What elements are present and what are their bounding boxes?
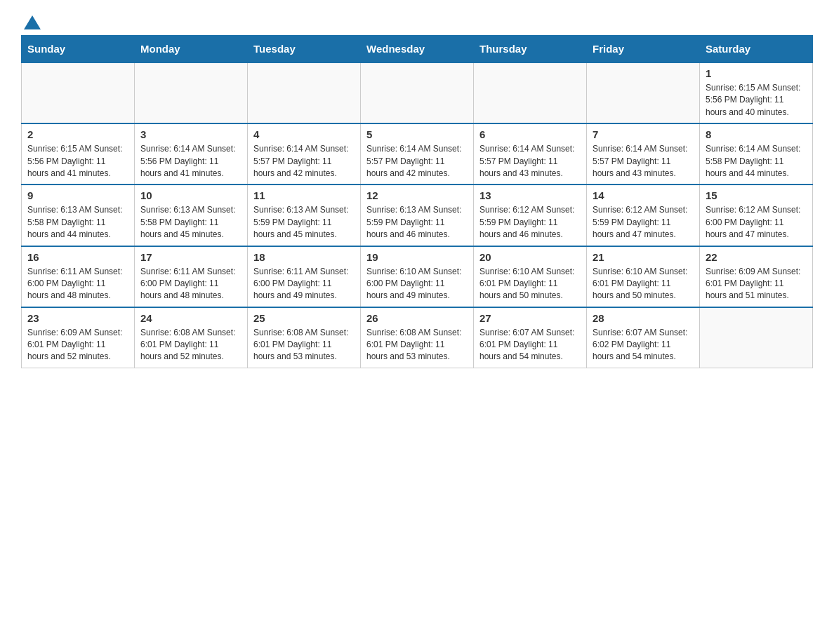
calendar-cell: 5Sunrise: 6:14 AM Sunset: 5:57 PM Daylig… <box>361 123 474 185</box>
calendar-cell: 7Sunrise: 6:14 AM Sunset: 5:57 PM Daylig… <box>587 123 700 185</box>
calendar-cell: 27Sunrise: 6:07 AM Sunset: 6:01 PM Dayli… <box>474 307 587 368</box>
calendar-cell: 19Sunrise: 6:10 AM Sunset: 6:00 PM Dayli… <box>361 246 474 307</box>
day-info: Sunrise: 6:07 AM Sunset: 6:01 PM Dayligh… <box>479 327 581 363</box>
calendar-cell: 1Sunrise: 6:15 AM Sunset: 5:56 PM Daylig… <box>700 62 813 123</box>
day-info: Sunrise: 6:14 AM Sunset: 5:57 PM Dayligh… <box>479 143 581 180</box>
calendar-cell: 17Sunrise: 6:11 AM Sunset: 6:00 PM Dayli… <box>135 246 248 307</box>
day-info: Sunrise: 6:09 AM Sunset: 6:01 PM Dayligh… <box>27 327 128 363</box>
day-number: 25 <box>253 312 355 324</box>
day-info: Sunrise: 6:14 AM Sunset: 5:57 PM Dayligh… <box>253 143 355 180</box>
day-info: Sunrise: 6:12 AM Sunset: 6:00 PM Dayligh… <box>706 204 807 241</box>
calendar-cell: 24Sunrise: 6:08 AM Sunset: 6:01 PM Dayli… <box>135 307 248 368</box>
day-of-week-wednesday: Wednesday <box>361 36 474 63</box>
day-info: Sunrise: 6:14 AM Sunset: 5:58 PM Dayligh… <box>706 143 807 180</box>
day-info: Sunrise: 6:14 AM Sunset: 5:57 PM Dayligh… <box>366 143 468 180</box>
calendar-cell: 12Sunrise: 6:13 AM Sunset: 5:59 PM Dayli… <box>361 185 474 246</box>
day-number: 3 <box>140 128 241 140</box>
calendar-cell: 11Sunrise: 6:13 AM Sunset: 5:59 PM Dayli… <box>248 185 361 246</box>
day-number: 11 <box>253 189 355 201</box>
calendar-cell: 10Sunrise: 6:13 AM Sunset: 5:58 PM Dayli… <box>135 185 248 246</box>
day-info: Sunrise: 6:08 AM Sunset: 6:01 PM Dayligh… <box>140 327 241 363</box>
logo-triangle-icon <box>24 15 41 29</box>
day-number: 1 <box>706 67 807 79</box>
day-number: 13 <box>479 189 581 201</box>
day-number: 4 <box>253 128 355 140</box>
calendar-cell: 16Sunrise: 6:11 AM Sunset: 6:00 PM Dayli… <box>22 246 135 307</box>
logo <box>21 14 41 28</box>
day-info: Sunrise: 6:07 AM Sunset: 6:02 PM Dayligh… <box>593 327 694 363</box>
calendar-cell: 21Sunrise: 6:10 AM Sunset: 6:01 PM Dayli… <box>587 246 700 307</box>
day-info: Sunrise: 6:11 AM Sunset: 6:00 PM Dayligh… <box>253 266 355 302</box>
day-info: Sunrise: 6:12 AM Sunset: 5:59 PM Dayligh… <box>593 204 694 241</box>
day-number: 5 <box>366 128 468 140</box>
calendar-cell: 25Sunrise: 6:08 AM Sunset: 6:01 PM Dayli… <box>248 307 361 368</box>
day-info: Sunrise: 6:08 AM Sunset: 6:01 PM Dayligh… <box>253 327 355 363</box>
calendar-week-row: 1Sunrise: 6:15 AM Sunset: 5:56 PM Daylig… <box>22 62 813 123</box>
calendar-cell <box>135 62 248 123</box>
calendar-cell: 13Sunrise: 6:12 AM Sunset: 5:59 PM Dayli… <box>474 185 587 246</box>
day-number: 16 <box>27 251 128 263</box>
day-info: Sunrise: 6:14 AM Sunset: 5:57 PM Dayligh… <box>593 143 694 180</box>
day-number: 21 <box>593 251 694 263</box>
calendar-week-row: 9Sunrise: 6:13 AM Sunset: 5:58 PM Daylig… <box>22 185 813 246</box>
day-of-week-friday: Friday <box>587 36 700 63</box>
day-number: 26 <box>366 312 468 324</box>
day-number: 22 <box>706 251 807 263</box>
calendar-week-row: 2Sunrise: 6:15 AM Sunset: 5:56 PM Daylig… <box>22 123 813 185</box>
day-info: Sunrise: 6:12 AM Sunset: 5:59 PM Dayligh… <box>479 204 581 241</box>
calendar-week-row: 16Sunrise: 6:11 AM Sunset: 6:00 PM Dayli… <box>22 246 813 307</box>
calendar-body: 1Sunrise: 6:15 AM Sunset: 5:56 PM Daylig… <box>22 62 813 368</box>
day-info: Sunrise: 6:15 AM Sunset: 5:56 PM Dayligh… <box>706 82 807 119</box>
calendar-cell: 4Sunrise: 6:14 AM Sunset: 5:57 PM Daylig… <box>248 123 361 185</box>
calendar-cell <box>361 62 474 123</box>
calendar-week-row: 23Sunrise: 6:09 AM Sunset: 6:01 PM Dayli… <box>22 307 813 368</box>
day-info: Sunrise: 6:13 AM Sunset: 5:58 PM Dayligh… <box>140 204 241 241</box>
calendar-cell <box>22 62 135 123</box>
day-number: 20 <box>479 251 581 263</box>
calendar-cell <box>700 307 813 368</box>
calendar-cell: 26Sunrise: 6:08 AM Sunset: 6:01 PM Dayli… <box>361 307 474 368</box>
day-info: Sunrise: 6:09 AM Sunset: 6:01 PM Dayligh… <box>706 266 807 302</box>
day-of-week-monday: Monday <box>135 36 248 63</box>
day-number: 10 <box>140 189 241 201</box>
day-number: 24 <box>140 312 241 324</box>
day-of-week-sunday: Sunday <box>22 36 135 63</box>
day-info: Sunrise: 6:08 AM Sunset: 6:01 PM Dayligh… <box>366 327 468 363</box>
calendar-cell: 14Sunrise: 6:12 AM Sunset: 5:59 PM Dayli… <box>587 185 700 246</box>
day-info: Sunrise: 6:13 AM Sunset: 5:58 PM Dayligh… <box>27 204 128 241</box>
calendar-cell: 3Sunrise: 6:14 AM Sunset: 5:56 PM Daylig… <box>135 123 248 185</box>
day-info: Sunrise: 6:10 AM Sunset: 6:00 PM Dayligh… <box>366 266 468 302</box>
calendar-cell <box>474 62 587 123</box>
calendar-cell: 2Sunrise: 6:15 AM Sunset: 5:56 PM Daylig… <box>22 123 135 185</box>
calendar-cell: 22Sunrise: 6:09 AM Sunset: 6:01 PM Dayli… <box>700 246 813 307</box>
day-number: 23 <box>27 312 128 324</box>
page-header <box>21 14 813 28</box>
day-number: 12 <box>366 189 468 201</box>
day-number: 27 <box>479 312 581 324</box>
calendar-header: SundayMondayTuesdayWednesdayThursdayFrid… <box>22 36 813 63</box>
calendar-cell: 23Sunrise: 6:09 AM Sunset: 6:01 PM Dayli… <box>22 307 135 368</box>
day-info: Sunrise: 6:11 AM Sunset: 6:00 PM Dayligh… <box>27 266 128 302</box>
day-number: 19 <box>366 251 468 263</box>
calendar-cell: 18Sunrise: 6:11 AM Sunset: 6:00 PM Dayli… <box>248 246 361 307</box>
day-info: Sunrise: 6:11 AM Sunset: 6:00 PM Dayligh… <box>140 266 241 302</box>
day-info: Sunrise: 6:13 AM Sunset: 5:59 PM Dayligh… <box>366 204 468 241</box>
calendar-cell <box>248 62 361 123</box>
day-number: 6 <box>479 128 581 140</box>
calendar-cell: 6Sunrise: 6:14 AM Sunset: 5:57 PM Daylig… <box>474 123 587 185</box>
day-number: 8 <box>706 128 807 140</box>
day-info: Sunrise: 6:15 AM Sunset: 5:56 PM Dayligh… <box>27 143 128 180</box>
day-of-week-tuesday: Tuesday <box>248 36 361 63</box>
day-info: Sunrise: 6:10 AM Sunset: 6:01 PM Dayligh… <box>479 266 581 302</box>
day-info: Sunrise: 6:10 AM Sunset: 6:01 PM Dayligh… <box>593 266 694 302</box>
day-of-week-thursday: Thursday <box>474 36 587 63</box>
calendar-cell: 9Sunrise: 6:13 AM Sunset: 5:58 PM Daylig… <box>22 185 135 246</box>
day-number: 17 <box>140 251 241 263</box>
day-number: 7 <box>593 128 694 140</box>
day-number: 28 <box>593 312 694 324</box>
day-number: 15 <box>706 189 807 201</box>
days-of-week-row: SundayMondayTuesdayWednesdayThursdayFrid… <box>22 36 813 63</box>
day-number: 14 <box>593 189 694 201</box>
calendar-table: SundayMondayTuesdayWednesdayThursdayFrid… <box>21 35 813 368</box>
day-of-week-saturday: Saturday <box>700 36 813 63</box>
